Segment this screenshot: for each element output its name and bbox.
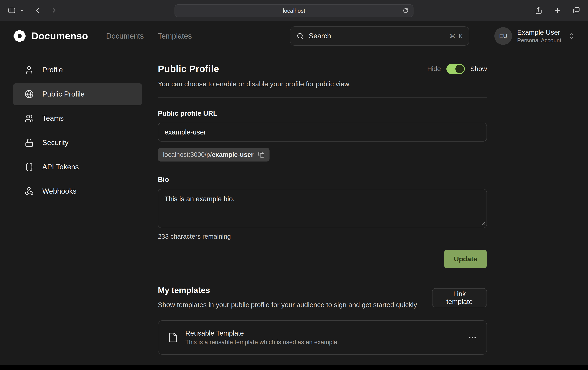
profile-url-label: Public profile URL (158, 109, 487, 117)
sidebar-item-teams[interactable]: Teams (13, 107, 142, 130)
sidebar-item-label: Teams (42, 114, 64, 123)
show-label: Show (470, 65, 487, 73)
file-icon (168, 332, 178, 343)
bio-label: Bio (158, 175, 487, 184)
sidebar-item-label: Public Profile (42, 90, 85, 98)
primary-nav: Documents Templates (106, 32, 192, 40)
sidebar-panel-button[interactable] (5, 4, 18, 16)
public-profile-panel: Public Profile Hide Show You can choose … (158, 59, 487, 355)
address-bar-url: localhost (283, 8, 305, 14)
profile-link-pill: localhost:3000/p/example-user (158, 148, 270, 162)
forward-button[interactable] (48, 4, 60, 16)
sidebar-item-label: Security (42, 139, 69, 147)
chevron-right-icon (50, 6, 58, 14)
sidebar-item-label: Profile (42, 66, 63, 74)
screen: localhost Documenso (0, 0, 588, 370)
sidebar-item-public-profile[interactable]: Public Profile (13, 83, 142, 105)
copy-link-button[interactable] (258, 152, 264, 158)
characters-remaining: 233 characters remaining (158, 233, 487, 240)
chevron-left-icon (34, 6, 42, 14)
chevron-down-icon (20, 8, 24, 12)
account-name: Example User (517, 28, 561, 37)
my-templates-section: My templates Show templates in your publ… (158, 286, 487, 355)
search-shortcut: ⌘+K (450, 33, 463, 40)
window-bottom-edge (0, 365, 588, 370)
ellipsis-icon (468, 333, 477, 342)
bio-textarea[interactable]: This is an example bio. (158, 189, 487, 228)
content-area: Profile Public Profile Teams Security AP… (0, 51, 588, 355)
page-title: Public Profile (158, 63, 219, 74)
sidebar-item-security[interactable]: Security (13, 132, 142, 154)
profile-url-input[interactable] (158, 123, 487, 142)
copy-icon (258, 152, 264, 158)
refresh-icon (403, 8, 408, 13)
account-type: Personal Account (517, 37, 561, 44)
share-icon (535, 6, 543, 14)
chevrons-up-down-icon (568, 32, 575, 40)
profile-link-text: localhost:3000/p/example-user (163, 151, 253, 158)
back-button[interactable] (31, 4, 44, 16)
app-header: Documenso Documents Templates Search ⌘+K… (0, 21, 588, 51)
toggle-knob (455, 65, 464, 73)
sidebar-item-label: API Tokens (42, 163, 79, 171)
account-menu[interactable]: EU Example User Personal Account (494, 27, 575, 45)
browser-toolbar: localhost (0, 0, 588, 21)
new-tab-button[interactable] (551, 4, 564, 16)
tab-overview-button[interactable] (570, 4, 583, 16)
search-placeholder: Search (309, 32, 331, 40)
documenso-logo-icon (13, 29, 26, 43)
plus-icon (554, 6, 561, 14)
documenso-logo[interactable]: Documenso (13, 29, 88, 43)
lock-icon (25, 138, 34, 147)
template-name: Reusable Template (185, 329, 339, 337)
template-card: Reusable Template This is a reusable tem… (158, 320, 487, 355)
refresh-button[interactable] (400, 6, 411, 15)
templates-title: My templates (158, 286, 432, 295)
update-button[interactable]: Update (444, 250, 487, 268)
page-subtitle: You can choose to enable or disable your… (158, 80, 487, 88)
nav-documents[interactable]: Documents (106, 32, 144, 40)
visibility-toggle-group: Hide Show (427, 64, 487, 74)
template-menu-button[interactable] (468, 333, 477, 342)
link-template-button[interactable]: Link template (432, 288, 487, 307)
sidebar-item-webhooks[interactable]: Webhooks (13, 180, 142, 202)
brand-name: Documenso (31, 30, 88, 42)
share-button[interactable] (532, 4, 545, 16)
sidebar-item-profile[interactable]: Profile (13, 59, 142, 81)
sidebar-item-api-tokens[interactable]: API Tokens (13, 156, 142, 178)
section-divider (158, 97, 487, 98)
search-input[interactable]: Search ⌘+K (290, 26, 469, 46)
users-icon (25, 114, 34, 123)
sidebar-panel-menu-button[interactable] (19, 4, 25, 16)
globe-icon (25, 90, 34, 99)
profile-visibility-toggle[interactable] (446, 64, 465, 74)
search-icon (296, 32, 304, 40)
sidebar-panel-icon (8, 6, 16, 14)
address-bar[interactable]: localhost (175, 4, 413, 17)
nav-templates[interactable]: Templates (158, 32, 192, 40)
braces-icon (25, 163, 34, 172)
avatar: EU (494, 27, 512, 45)
webhook-icon (25, 187, 34, 196)
settings-sidebar: Profile Public Profile Teams Security AP… (13, 59, 142, 355)
templates-description: Show templates in your public profile fo… (158, 300, 432, 310)
hide-label: Hide (427, 65, 441, 73)
template-description: This is a reusable template which is use… (185, 339, 339, 346)
user-icon (25, 65, 34, 74)
tabs-icon (572, 6, 580, 14)
sidebar-item-label: Webhooks (42, 187, 76, 195)
